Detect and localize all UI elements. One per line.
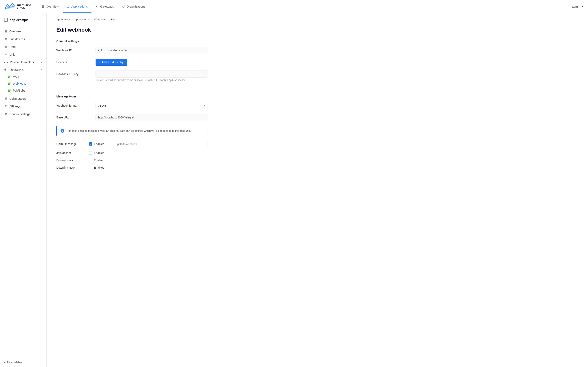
nav-item-overview[interactable]: ⊞ Overview xyxy=(38,0,62,13)
webhook-format-label: Webhook format * xyxy=(56,102,89,107)
gateways-icon: ⇆ xyxy=(96,4,99,8)
base-url-field xyxy=(95,114,208,121)
info-box: i For each enabled message type, an opti… xyxy=(56,126,208,136)
general-settings-title: General settings xyxy=(56,40,578,43)
logo-icon xyxy=(5,2,15,11)
organizations-icon: ⚇ xyxy=(122,4,125,8)
nav-item-organizations[interactable]: ⚇ Organizations xyxy=(118,0,149,13)
webhook-id-input[interactable] xyxy=(95,47,208,54)
join-accept-field: Enabled xyxy=(89,151,208,155)
join-accept-enabled-checkbox[interactable] xyxy=(89,151,92,155)
section-divider xyxy=(56,88,208,88)
app-layout: app-example ⊞ Overview ⚙ End devices ▦ D… xyxy=(0,13,588,367)
base-url-input[interactable] xyxy=(95,114,208,121)
api-keys-icon: ⚙ xyxy=(5,105,7,108)
hide-sidebar-button[interactable]: ◂ Hide sidebar xyxy=(0,357,46,367)
breadcrumb-sep-1: › xyxy=(72,18,73,21)
downlink-nack-enabled-checkbox[interactable] xyxy=(89,166,92,169)
webhook-format-select-wrapper: JSON Protocol Buffers ▾ xyxy=(95,102,208,109)
link-icon: ⚯ xyxy=(5,53,7,57)
data-icon: ▦ xyxy=(5,45,8,49)
downlink-nack-label: Downlink Nack xyxy=(56,166,89,169)
main-nav: ⊞ Overview ☐ Applications ⇆ Gateways ⚇ O… xyxy=(38,0,149,13)
headers-field: + Add header entry xyxy=(95,59,208,66)
base-url-row: Base URL * xyxy=(56,114,208,121)
downlink-nack-enabled-label: Enabled xyxy=(94,166,104,169)
breadcrumb-edit: Edit xyxy=(111,18,115,21)
logo-text: THE THINGS STACK xyxy=(17,4,31,9)
webhook-format-select[interactable]: JSON Protocol Buffers xyxy=(95,102,208,109)
end-devices-icon: ⚙ xyxy=(5,37,7,41)
join-accept-enabled-wrapper: Enabled xyxy=(89,151,112,155)
uplink-enabled-checkbox[interactable] xyxy=(89,142,92,146)
downlink-ack-enabled-checkbox[interactable] xyxy=(89,159,92,162)
downlink-ack-label: Downlink ack xyxy=(56,159,89,162)
sidebar-sub-item-webhooks[interactable]: 🧩 Webhooks xyxy=(0,80,46,87)
webhook-id-row: Webhook ID * xyxy=(56,47,208,54)
base-url-label: Base URL * xyxy=(56,114,89,119)
top-nav: THE THINGS STACK ⊞ Overview ☐ Applicatio… xyxy=(0,0,588,13)
sidebar-item-general-settings[interactable]: ⚙ General settings xyxy=(0,110,46,118)
downlink-api-key-label: Downlink API key xyxy=(56,71,89,76)
breadcrumb-webhooks[interactable]: Webhooks xyxy=(94,18,107,21)
headers-label: Headers xyxy=(56,59,89,64)
integrations-icon: ⚙ xyxy=(4,68,7,71)
sidebar-item-data[interactable]: ▦ Data xyxy=(0,43,46,51)
info-text: For each enabled message type, an option… xyxy=(67,129,191,133)
sidebar-item-collaborators[interactable]: ⚇ Collaborators xyxy=(0,95,46,103)
sidebar-sub-item-mqtt[interactable]: 🧩 MQTT xyxy=(0,73,46,80)
downlink-ack-row: Downlink ack Enabled xyxy=(56,159,208,162)
breadcrumb-applications[interactable]: Applications xyxy=(56,18,71,21)
add-header-button[interactable]: + Add header entry xyxy=(95,59,127,66)
sidebar-item-link[interactable]: ⚯ Link xyxy=(0,51,46,58)
sidebar-item-payload-formatters[interactable]: </> Payload formatters xyxy=(0,58,46,66)
app-icon xyxy=(4,18,8,22)
user-menu-chevron: ▾ xyxy=(581,5,583,8)
downlink-api-key-row: Downlink API key The API key will be pro… xyxy=(56,71,208,82)
nav-item-gateways[interactable]: ⇆ Gateways xyxy=(92,0,118,13)
general-settings-icon: ⚙ xyxy=(5,112,7,116)
sidebar-item-end-devices[interactable]: ⚙ End devices xyxy=(0,35,46,43)
webhook-id-field xyxy=(95,47,208,54)
payload-formatters-icon: </> xyxy=(4,61,8,64)
breadcrumb-app-example[interactable]: app-example xyxy=(75,18,90,21)
hide-sidebar-arrow: ◂ xyxy=(4,361,6,364)
headers-row: Headers + Add header entry xyxy=(56,59,208,66)
sidebar-item-api-keys[interactable]: ⚙ API keys xyxy=(0,103,46,110)
downlink-api-key-input[interactable] xyxy=(95,71,208,77)
uplink-message-field: Enabled xyxy=(89,141,208,147)
page-title: Edit webhook xyxy=(56,27,578,33)
pubsubs-icon: 🧩 xyxy=(7,89,11,92)
webhook-format-row: Webhook format * JSON Protocol Buffers ▾ xyxy=(56,102,208,109)
logo[interactable]: THE THINGS STACK xyxy=(5,2,31,11)
applications-icon: ☐ xyxy=(67,4,70,8)
uplink-enabled-label: Enabled xyxy=(94,142,104,146)
collaborators-icon: ⚇ xyxy=(5,97,7,100)
breadcrumb-sep-3: › xyxy=(108,18,109,21)
breadcrumb: Applications › app-example › Webhooks › … xyxy=(56,18,578,21)
uplink-path-input[interactable] xyxy=(114,141,208,147)
downlink-nack-enabled-wrapper: Enabled xyxy=(89,166,112,169)
overview-sidebar-icon: ⊞ xyxy=(5,30,7,33)
user-menu[interactable]: admin ▾ xyxy=(572,5,583,8)
join-accept-row: Join accept Enabled xyxy=(56,151,208,155)
sidebar-app-name: app-example xyxy=(0,18,46,26)
webhooks-icon: 🧩 xyxy=(7,82,11,85)
downlink-ack-enabled-wrapper: Enabled xyxy=(89,159,112,162)
downlink-ack-enabled-label: Enabled xyxy=(94,159,104,162)
integrations-chevron xyxy=(41,68,42,71)
webhook-id-label: Webhook ID * xyxy=(56,47,89,52)
webhook-format-field: JSON Protocol Buffers ▾ xyxy=(95,102,208,109)
sidebar-item-overview[interactable]: ⊞ Overview xyxy=(0,27,46,35)
sidebar-item-integrations[interactable]: ⚙ Integrations xyxy=(0,66,46,73)
join-accept-enabled-label: Enabled xyxy=(94,151,104,155)
payload-formatters-chevron xyxy=(41,61,42,64)
breadcrumb-sep-2: › xyxy=(92,18,93,21)
sidebar-sub-item-pubsubs[interactable]: 🧩 Pub/Subs xyxy=(0,87,46,94)
nav-item-applications[interactable]: ☐ Applications xyxy=(63,0,91,13)
message-types-title: Message types xyxy=(56,95,578,98)
downlink-nack-field: Enabled xyxy=(89,166,208,169)
mqtt-icon: 🧩 xyxy=(7,75,11,78)
main-content: Applications › app-example › Webhooks › … xyxy=(47,13,588,367)
uplink-message-label: Uplink message xyxy=(56,142,89,146)
